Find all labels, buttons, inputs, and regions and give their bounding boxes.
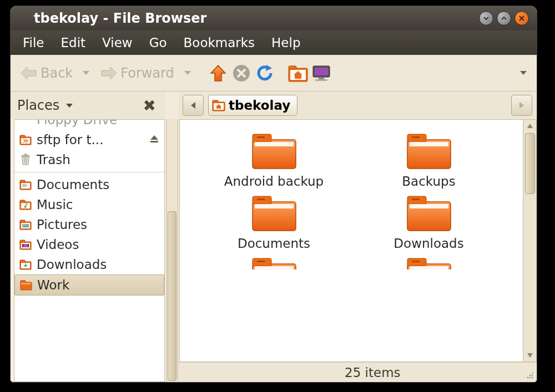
status-text: 25 items <box>345 365 401 380</box>
folder-icon <box>19 279 33 291</box>
scrollbar-thumb[interactable] <box>525 133 535 194</box>
sidebar-scrollbar[interactable] <box>166 119 178 382</box>
reload-icon <box>255 64 274 83</box>
stop-button[interactable] <box>231 63 252 84</box>
scroll-up-button[interactable] <box>523 120 536 132</box>
sidebar-item-pictures[interactable]: Pictures <box>14 215 164 235</box>
back-history-dropdown[interactable] <box>83 71 89 75</box>
folder-label: Downloads <box>393 236 463 251</box>
titlebar[interactable]: tbekolay - File Browser <box>11 6 537 30</box>
path-back-button[interactable] <box>183 95 204 116</box>
documents-folder-icon <box>19 179 32 191</box>
sidebar-item-trash[interactable]: Trash <box>14 150 164 170</box>
svg-rect-65 <box>257 261 265 262</box>
svg-rect-32 <box>20 240 25 243</box>
reload-button[interactable] <box>254 63 275 84</box>
sidebar-item-floppy[interactable]: Floppy Drive <box>14 119 164 130</box>
folder-label: Backups <box>402 174 455 189</box>
main-area: tbekolay <box>178 91 537 382</box>
svg-point-30 <box>23 225 24 226</box>
forward-button[interactable]: Forward <box>96 63 178 83</box>
folder-item[interactable]: Documents <box>202 193 346 251</box>
folder-item[interactable]: Android backup <box>202 131 346 189</box>
stop-icon <box>232 64 251 83</box>
path-segment-label: tbekolay <box>229 98 290 113</box>
svg-rect-57 <box>257 198 265 200</box>
svg-point-75 <box>532 377 533 379</box>
eject-button[interactable] <box>149 133 160 147</box>
back-arrow-icon <box>19 65 38 81</box>
menu-help[interactable]: Help <box>264 33 308 52</box>
pictures-folder-icon <box>19 218 32 231</box>
places-label[interactable]: Places <box>17 98 59 113</box>
sidebar: Places ✖ Floppy Drive sftp for t... <box>11 91 166 382</box>
triangle-right-icon <box>518 101 526 110</box>
music-folder-icon <box>19 198 32 211</box>
sidebar-item-downloads[interactable]: Downloads <box>14 254 164 274</box>
svg-rect-2 <box>289 66 296 69</box>
sidebar-item-label: Music <box>37 197 73 212</box>
folder-item[interactable] <box>202 255 346 269</box>
sidebar-item-music[interactable]: Music <box>14 195 164 215</box>
sidebar-item-documents[interactable]: Documents <box>14 175 164 195</box>
maximize-button[interactable] <box>497 11 511 26</box>
path-segment-current[interactable]: tbekolay <box>208 95 297 116</box>
places-dropdown-icon[interactable] <box>66 104 73 108</box>
close-icon: ✖ <box>143 96 156 115</box>
close-icon <box>518 14 526 22</box>
back-button[interactable]: Back <box>16 63 76 83</box>
folder-view[interactable]: Android backup Backu <box>179 119 523 362</box>
svg-rect-56 <box>255 204 294 208</box>
svg-rect-49 <box>257 136 265 138</box>
svg-rect-12 <box>24 154 27 155</box>
computer-button[interactable] <box>311 63 332 84</box>
folder-item[interactable]: Downloads <box>357 193 501 251</box>
minimize-button[interactable] <box>479 11 493 26</box>
menu-file[interactable]: File <box>15 33 52 52</box>
scrollbar-thumb[interactable] <box>168 211 176 381</box>
videos-folder-icon <box>19 238 32 251</box>
close-sidebar-button[interactable]: ✖ <box>140 96 159 115</box>
sidebar-item-sftp[interactable]: sftp for t... <box>14 130 164 150</box>
triangle-down-icon <box>527 353 533 358</box>
resize-handle[interactable] <box>524 370 534 380</box>
forward-history-dropdown[interactable] <box>184 71 191 75</box>
menu-edit[interactable]: Edit <box>53 33 94 52</box>
sidebar-item-work[interactable]: Work <box>14 274 164 296</box>
svg-rect-20 <box>22 185 28 186</box>
chevron-up-icon <box>500 14 508 22</box>
toolbar-overflow-dropdown[interactable] <box>520 71 527 75</box>
folder-label: Android backup <box>224 174 324 189</box>
toolbar: Back Forward <box>11 55 537 91</box>
svg-rect-48 <box>255 142 294 146</box>
folder-icon <box>249 131 299 172</box>
content-scrollbar[interactable] <box>523 119 537 362</box>
window-title: tbekolay - File Browser <box>18 11 479 26</box>
menu-go[interactable]: Go <box>142 33 175 52</box>
menu-bookmarks[interactable]: Bookmarks <box>176 33 263 52</box>
back-label: Back <box>41 65 73 81</box>
places-header: Places ✖ <box>11 91 166 119</box>
home-folder-button[interactable] <box>287 63 309 84</box>
svg-point-71 <box>529 375 531 376</box>
floppy-icon <box>19 119 32 126</box>
close-button[interactable] <box>514 11 529 26</box>
folder-item[interactable]: Backups <box>357 131 501 189</box>
sidebar-item-videos[interactable]: Videos <box>14 235 164 254</box>
path-forward-button[interactable] <box>511 95 532 116</box>
folder-icon <box>249 255 299 269</box>
svg-rect-44 <box>213 100 218 103</box>
folder-item[interactable] <box>357 255 501 269</box>
menu-view[interactable]: View <box>94 33 140 52</box>
folder-icon <box>249 193 299 234</box>
scroll-down-button[interactable] <box>523 349 536 362</box>
trash-icon <box>19 154 32 166</box>
sidebar-item-label: Downloads <box>37 257 107 272</box>
up-button[interactable] <box>208 63 229 84</box>
folder-icon <box>404 131 454 172</box>
home-folder-icon <box>212 99 225 111</box>
forward-arrow-icon <box>99 65 118 81</box>
svg-rect-27 <box>20 220 25 223</box>
sidebar-item-label: Videos <box>37 237 79 252</box>
svg-rect-21 <box>22 186 26 187</box>
